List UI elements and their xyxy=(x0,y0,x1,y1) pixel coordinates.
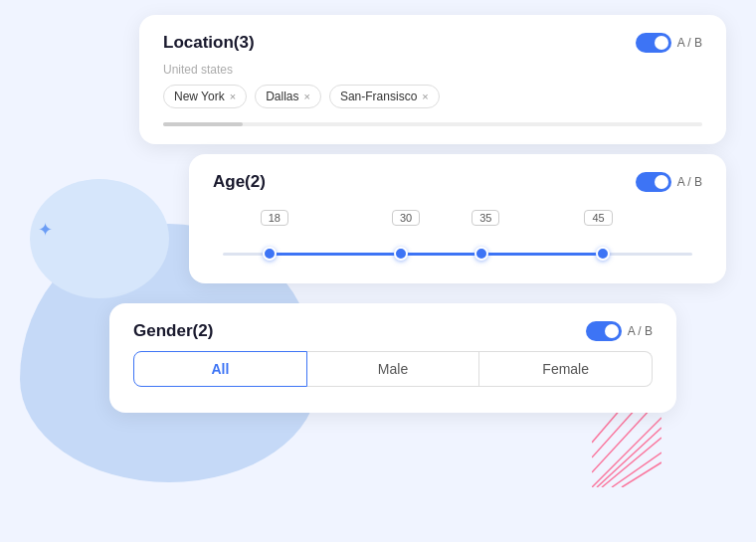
gender-toggle-label: A / B xyxy=(628,324,653,338)
age-toggle-ab[interactable]: A / B xyxy=(636,172,702,192)
age-marker-18: 18 xyxy=(261,210,288,230)
location-toggle-ab[interactable]: A / B xyxy=(636,33,702,53)
tag-san-fransisco-label: San-Fransisco xyxy=(340,90,417,103)
age-marker-box-45: 45 xyxy=(584,210,612,226)
tag-san-fransisco[interactable]: San-Fransisco × xyxy=(329,85,440,108)
tag-new-york-label: New York xyxy=(174,90,225,103)
tag-dallas-close[interactable]: × xyxy=(304,91,310,102)
tag-dallas[interactable]: Dallas × xyxy=(255,85,321,108)
tag-new-york[interactable]: New York × xyxy=(163,85,247,108)
location-scrollbar-thumb xyxy=(163,122,243,126)
age-slider-track-wrapper[interactable] xyxy=(223,246,692,262)
gender-card-header: Gender(2) A / B xyxy=(133,321,653,341)
location-card-title: Location(3) xyxy=(163,33,255,53)
age-card-title: Age(2) xyxy=(213,172,266,192)
location-subtitle: United states xyxy=(163,63,702,77)
age-marker-30: 30 xyxy=(392,210,420,230)
location-card: Location(3) A / B United states New York… xyxy=(139,15,726,144)
age-markers-row: 18 30 35 45 xyxy=(223,210,692,246)
gender-btn-female[interactable]: Female xyxy=(479,351,653,387)
gender-buttons-row: All Male Female xyxy=(133,351,653,387)
gender-btn-male[interactable]: Male xyxy=(307,351,480,387)
age-thumb-2[interactable] xyxy=(394,247,408,261)
age-card-header: Age(2) A / B xyxy=(213,172,702,192)
star-decoration: ✦ xyxy=(38,219,53,241)
tag-dallas-label: Dallas xyxy=(266,90,298,103)
gender-toggle-ab[interactable]: A / B xyxy=(586,321,653,341)
age-thumb-1[interactable] xyxy=(263,247,277,261)
gender-card: Gender(2) A / B All Male Female xyxy=(109,303,676,413)
cards-wrapper: Location(3) A / B United states New York… xyxy=(109,15,726,522)
age-marker-box-35: 35 xyxy=(472,210,499,226)
age-thumb-4[interactable] xyxy=(596,247,610,261)
age-marker-45: 45 xyxy=(584,210,612,230)
age-thumb-3[interactable] xyxy=(474,247,488,261)
age-marker-box-18: 18 xyxy=(261,210,288,226)
location-toggle-label: A / B xyxy=(677,36,702,50)
location-toggle-switch[interactable] xyxy=(636,33,671,53)
tag-new-york-close[interactable]: × xyxy=(230,91,236,102)
gender-btn-all[interactable]: All xyxy=(133,351,307,387)
age-toggle-label: A / B xyxy=(677,175,702,189)
age-card: Age(2) A / B 18 30 35 45 xyxy=(189,154,726,283)
location-card-header: Location(3) A / B xyxy=(163,33,702,53)
age-marker-35: 35 xyxy=(472,210,499,230)
age-slider-track-fill xyxy=(270,253,603,256)
age-marker-box-30: 30 xyxy=(392,210,420,226)
location-scrollbar-track xyxy=(163,122,702,126)
age-toggle-switch[interactable] xyxy=(636,172,671,192)
age-slider-container: 18 30 35 45 xyxy=(213,202,702,266)
tag-san-fransisco-close[interactable]: × xyxy=(422,91,428,102)
location-tags-row: New York × Dallas × San-Fransisco × xyxy=(163,85,702,108)
gender-toggle-switch[interactable] xyxy=(586,321,622,341)
gender-card-title: Gender(2) xyxy=(133,321,213,341)
